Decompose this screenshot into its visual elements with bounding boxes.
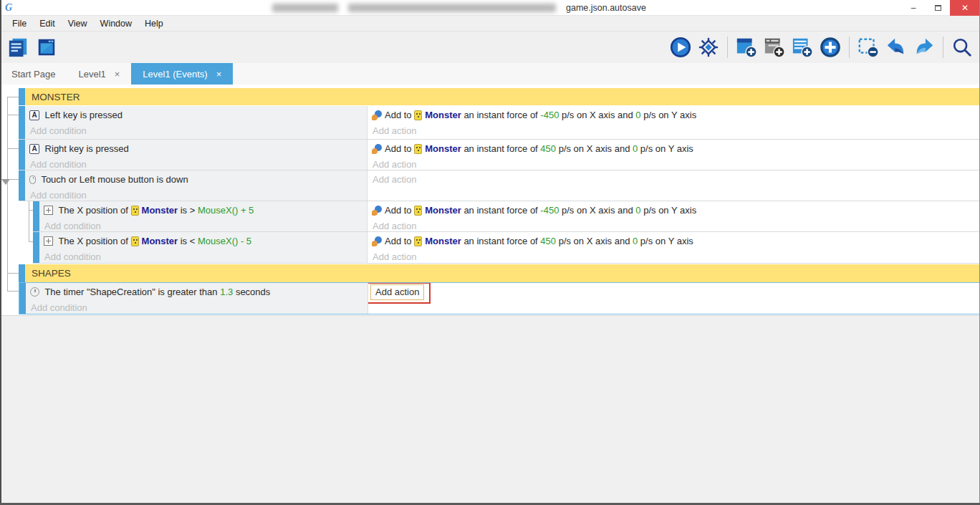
add-condition-link[interactable]: Add condition xyxy=(39,219,367,231)
text-segment: 450 xyxy=(540,143,556,154)
menu-edit[interactable]: Edit xyxy=(33,17,62,30)
add-action-link[interactable]: Add action xyxy=(368,219,980,231)
conditions-cell[interactable]: The timer "ShapeCreation" is greater tha… xyxy=(26,283,368,314)
tab-level1[interactable]: Level1 × xyxy=(67,63,131,85)
undo-button[interactable] xyxy=(884,35,908,59)
condition-text[interactable]: A Left key is pressed xyxy=(25,106,367,124)
actions-cell[interactable]: Add to Monster an instant force of 450 p… xyxy=(367,232,980,263)
conditions-cell[interactable]: Touch or Left mouse button is down Add c… xyxy=(25,170,367,201)
tree-stub xyxy=(7,115,19,115)
events-sheet: MONSTER A Left key is pressed Add condit… xyxy=(0,85,980,505)
action-text[interactable]: Add to Monster an instant force of 450 p… xyxy=(368,232,980,250)
event-row-timer[interactable]: The timer "ShapeCreation" is greater tha… xyxy=(19,282,980,314)
conditions-cell[interactable]: The X position of Monster is < MouseX() … xyxy=(39,232,367,263)
play-button[interactable] xyxy=(668,35,693,59)
play-icon xyxy=(670,37,691,58)
add-action-link[interactable]: Add action xyxy=(368,158,980,170)
text-segment: -450 xyxy=(540,110,559,120)
condition-text[interactable]: The X position of Monster is > MouseX() … xyxy=(39,201,367,219)
event-row-touch[interactable]: Touch or Left mouse button is down Add c… xyxy=(19,170,980,201)
tree-rail xyxy=(7,97,8,292)
add-comment-button[interactable] xyxy=(790,35,815,59)
delete-selection-button[interactable] xyxy=(856,35,880,59)
action-text[interactable]: Add to Monster an instant force of -450 … xyxy=(368,201,980,219)
force-icon xyxy=(372,144,382,154)
action-text[interactable]: Add to Monster an instant force of -450 … xyxy=(368,106,980,124)
add-condition-link[interactable]: Add condition xyxy=(39,250,367,263)
add-condition-link[interactable]: Add condition xyxy=(25,188,367,201)
tab-label: Level1 xyxy=(78,69,105,80)
text-segment: -450 xyxy=(540,205,559,216)
add-action-chip[interactable]: Add action xyxy=(370,284,424,300)
conditions-cell[interactable]: A Right key is pressed Add condition xyxy=(25,140,367,170)
subevent-row-xpos-greater[interactable]: The X position of Monster is > MouseX() … xyxy=(33,201,980,232)
menu-view[interactable]: View xyxy=(62,17,94,30)
menu-help[interactable]: Help xyxy=(138,17,170,30)
text-segment: an instant force of xyxy=(461,236,541,246)
add-action-link[interactable]: Add action xyxy=(368,124,980,137)
debug-button[interactable] xyxy=(696,35,721,59)
close-button[interactable]: ✕ xyxy=(950,0,980,16)
text-segment: Monster xyxy=(425,236,461,246)
window-title: game.json.autosave xyxy=(272,0,646,16)
event-row-left-key[interactable]: A Left key is pressed Add condition Add … xyxy=(19,106,980,140)
event-color-bar xyxy=(19,106,25,139)
tab-start-page[interactable]: Start Page xyxy=(0,63,67,85)
minimize-button[interactable]: – xyxy=(901,0,926,16)
add-circle-icon xyxy=(820,37,841,58)
condition-text[interactable]: The timer "ShapeCreation" is greater tha… xyxy=(26,283,368,301)
redacted-title-segment xyxy=(348,4,556,12)
add-comment-icon xyxy=(792,37,813,58)
comment-row-monster[interactable]: MONSTER xyxy=(19,88,980,105)
add-condition-link[interactable]: Add condition xyxy=(25,158,367,170)
toolbar-separator xyxy=(727,37,728,58)
project-manager-button[interactable] xyxy=(6,35,30,59)
redo-icon xyxy=(913,37,935,58)
text-segment: p/s on Y axis xyxy=(638,236,693,246)
add-event-icon xyxy=(736,37,757,58)
text-segment: 450 xyxy=(540,236,556,246)
add-other-button[interactable] xyxy=(818,35,842,59)
monster-icon xyxy=(414,236,422,246)
add-condition-link[interactable]: Add condition xyxy=(26,301,368,314)
actions-cell[interactable]: Add action xyxy=(367,170,980,201)
redo-button[interactable] xyxy=(912,35,936,59)
add-action-link[interactable]: Add action xyxy=(368,170,980,188)
subevent-row-xpos-less[interactable]: The X position of Monster is < MouseX() … xyxy=(33,232,980,264)
text-segment: Add to xyxy=(385,143,414,154)
collapse-expander-icon[interactable] xyxy=(1,179,10,185)
force-icon xyxy=(372,236,382,246)
gdevelop-logo-icon: G xyxy=(5,2,16,14)
condition-text[interactable]: Touch or Left mouse button is down xyxy=(25,170,367,188)
actions-cell[interactable]: Add to Monster an instant force of -450 … xyxy=(367,106,980,139)
comment-row-shapes[interactable]: SHAPES xyxy=(19,264,980,282)
text-segment: 0 xyxy=(633,236,638,246)
monster-icon xyxy=(131,236,139,246)
add-subevent-button[interactable] xyxy=(762,35,787,59)
start-page-button[interactable] xyxy=(34,35,59,59)
maximize-button[interactable] xyxy=(926,0,950,16)
close-tab-icon[interactable]: × xyxy=(115,69,120,80)
event-color-bar xyxy=(19,88,25,105)
event-row-right-key[interactable]: A Right key is pressed Add condition Add… xyxy=(19,140,980,170)
condition-text[interactable]: A Right key is pressed xyxy=(25,140,367,158)
menu-file[interactable]: File xyxy=(6,17,33,30)
actions-cell[interactable]: Add action xyxy=(368,283,979,314)
actions-cell[interactable]: Add to Monster an instant force of 450 p… xyxy=(367,140,980,170)
text-segment: Touch or Left mouse button is down xyxy=(39,174,188,185)
tab-level1-events[interactable]: Level1 (Events) × xyxy=(131,63,233,85)
add-action-link[interactable]: Add action xyxy=(368,250,980,263)
close-tab-icon[interactable]: × xyxy=(216,69,222,80)
condition-text[interactable]: The X position of Monster is < MouseX() … xyxy=(39,232,367,250)
menu-window[interactable]: Window xyxy=(94,17,138,30)
search-button[interactable] xyxy=(950,35,974,59)
action-text[interactable]: Add to Monster an instant force of 450 p… xyxy=(368,140,980,158)
add-condition-link[interactable]: Add condition xyxy=(25,124,367,137)
tree-stub xyxy=(7,148,19,149)
text-segment: Add to xyxy=(385,205,414,216)
force-icon xyxy=(372,110,382,120)
add-event-button[interactable] xyxy=(734,35,759,59)
conditions-cell[interactable]: The X position of Monster is > MouseX() … xyxy=(39,201,367,231)
conditions-cell[interactable]: A Left key is pressed Add condition xyxy=(25,106,367,139)
actions-cell[interactable]: Add to Monster an instant force of -450 … xyxy=(367,201,980,231)
